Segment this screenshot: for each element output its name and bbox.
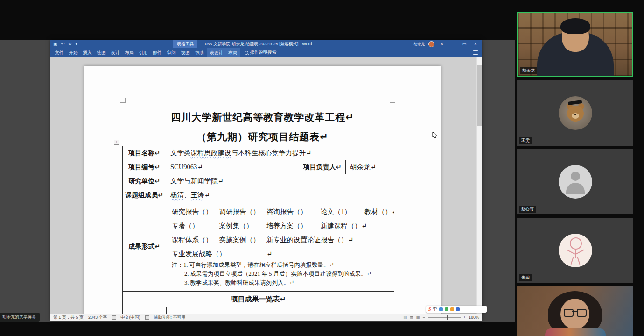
account-name[interactable]: 胡余龙 bbox=[413, 42, 425, 47]
scrollbar-thumb[interactable] bbox=[477, 65, 482, 126]
sogou-toolbox-icon[interactable] bbox=[450, 307, 454, 311]
project-name-label[interactable]: 项目名称↵ bbox=[123, 146, 166, 160]
participant-tile-video[interactable]: 胡余龙 bbox=[517, 12, 633, 77]
empty-cell[interactable] bbox=[123, 307, 167, 314]
sogou-input-toolbar: S 中 bbox=[426, 306, 487, 313]
comments-icon[interactable] bbox=[473, 50, 478, 55]
presenter-screen: ▣ ↶ ↻ ▾ 表格工具 063-文新学院-胡余龙-结题表.20221025 [… bbox=[0, 40, 515, 322]
vertical-scrollbar[interactable] bbox=[476, 57, 482, 314]
participant-tile-avatar[interactable]: 赵心竹 bbox=[517, 149, 633, 214]
default-person-avatar bbox=[559, 165, 592, 199]
tab-table-layout[interactable]: 布局 bbox=[226, 48, 240, 57]
project-name-prefix: 文学类 bbox=[170, 149, 191, 157]
project-number-value[interactable]: SCU9063↵ bbox=[166, 160, 299, 174]
project-leader-label[interactable]: 项目负责人↵ bbox=[299, 160, 346, 174]
restore-button[interactable]: ▭ bbox=[461, 42, 468, 46]
member-separator: 、 bbox=[184, 191, 191, 199]
glasses-bridge bbox=[572, 311, 577, 312]
project-leader-value[interactable]: 胡余龙↵ bbox=[346, 160, 394, 174]
quick-access-toolbar: ▣ ↶ ↻ ▾ bbox=[53, 42, 77, 46]
word-count[interactable]: 2843 个字 bbox=[88, 315, 107, 321]
table-tools-tabs: 表设计 布局 bbox=[207, 48, 240, 57]
empty-cell[interactable] bbox=[246, 307, 322, 314]
tab-mailings[interactable]: 邮件 bbox=[150, 48, 164, 57]
zoom-out-button[interactable]: − bbox=[422, 315, 425, 320]
project-name-value[interactable]: 文学类课程思政建设与本科生核心竞争力提升↵ bbox=[166, 146, 394, 160]
tab-view[interactable]: 视图 bbox=[178, 48, 192, 57]
language-indicator[interactable]: 中文(中国) bbox=[121, 315, 140, 321]
ribbon-options-icon[interactable]: ∧ bbox=[438, 42, 446, 46]
zoom-level[interactable]: 180% bbox=[469, 315, 479, 320]
save-icon[interactable]: ▣ bbox=[53, 42, 57, 46]
avatar-shoulders bbox=[566, 183, 585, 194]
zoom-in-button[interactable]: + bbox=[463, 315, 466, 320]
tab-review[interactable]: 审阅 bbox=[164, 48, 178, 57]
print-layout-icon[interactable]: ▥ bbox=[410, 315, 413, 320]
share-screen-banner: 胡余龙的共享屏幕 bbox=[0, 313, 40, 322]
empty-cell[interactable] bbox=[167, 307, 246, 314]
read-mode-icon[interactable]: ▤ bbox=[404, 315, 407, 320]
drawing-leg bbox=[570, 257, 574, 265]
teddy-bear-avatar bbox=[559, 96, 592, 130]
research-unit-value[interactable]: 文学与新闻学院↵ bbox=[166, 174, 394, 188]
tab-layout[interactable]: 布局 bbox=[122, 48, 136, 57]
redo-icon[interactable]: ↻ bbox=[68, 42, 72, 46]
page-indicator[interactable]: 第 1 页，共 5 页 bbox=[53, 315, 84, 321]
accessibility-status[interactable]: 辅助功能: 不可用 bbox=[154, 315, 186, 321]
table-move-handle[interactable]: + bbox=[114, 140, 119, 145]
undo-icon[interactable]: ↶ bbox=[61, 42, 65, 46]
sogou-chinese-mode-icon[interactable]: 中 bbox=[433, 306, 437, 312]
glasses-icon bbox=[577, 309, 587, 317]
document-page[interactable]: 四川大学新世纪高等教育教学改革工程↵ （第九期）研究项目结题表↵ + 项目名称↵… bbox=[84, 66, 441, 314]
participant-tile-avatar[interactable]: 宋雯 bbox=[517, 80, 633, 146]
participant-body bbox=[545, 328, 606, 336]
sogou-mic-icon[interactable] bbox=[445, 307, 448, 311]
tab-insert[interactable]: 插入 bbox=[80, 48, 94, 57]
tab-design[interactable]: 设计 bbox=[108, 48, 122, 57]
participant-name: 宋雯 bbox=[519, 137, 532, 144]
sogou-grid-icon[interactable] bbox=[456, 307, 460, 311]
close-button[interactable]: × bbox=[472, 42, 479, 46]
account-avatar[interactable] bbox=[428, 41, 434, 47]
tab-file[interactable]: 文件 bbox=[52, 48, 66, 57]
participant-tile-avatar[interactable]: 朱媁 bbox=[517, 218, 633, 283]
research-unit-label[interactable]: 研究单位↵ bbox=[123, 174, 166, 188]
word-title-bar: ▣ ↶ ↻ ▾ 表格工具 063-文新学院-胡余龙-结题表.20221025 [… bbox=[50, 40, 482, 48]
participant-name: 朱媁 bbox=[519, 274, 532, 281]
zoom-slider-thumb[interactable] bbox=[447, 315, 448, 320]
margin-corner-mark bbox=[390, 98, 395, 103]
web-layout-icon[interactable]: ▦ bbox=[416, 315, 420, 320]
spellcheck-icon[interactable] bbox=[112, 315, 116, 320]
outcome-form-content[interactable]: 研究报告（） 调研报告（） 咨询报告（） 论文（1） 教材（）↵ 专著（） 案例… bbox=[166, 202, 394, 291]
sogou-pen-icon[interactable] bbox=[439, 307, 443, 311]
tab-help[interactable]: 帮助 bbox=[192, 48, 206, 57]
participant-name: 胡余龙 bbox=[520, 67, 537, 74]
tab-draw[interactable]: 绘图 bbox=[94, 48, 108, 57]
participant-name: 赵心竹 bbox=[519, 206, 536, 213]
tell-me-search[interactable]: 操作说明搜索 bbox=[245, 50, 277, 56]
project-form-table: 项目名称↵ 文学类课程思政建设与本科生核心竞争力提升↵ 项目编号↵ SCU906… bbox=[122, 146, 394, 314]
tab-table-design[interactable]: 表设计 bbox=[207, 48, 226, 57]
tab-references[interactable]: 引用 bbox=[136, 48, 150, 57]
team-members-value[interactable]: 杨清、王涛↵ bbox=[166, 188, 394, 202]
doc-title-line2[interactable]: （第九期）研究项目结题表↵ bbox=[84, 130, 441, 143]
drawing-leg bbox=[577, 257, 580, 265]
participant-hair bbox=[560, 18, 590, 34]
participant-tile-video[interactable] bbox=[517, 286, 633, 336]
minimize-button[interactable]: – bbox=[449, 42, 457, 46]
sogou-logo-icon[interactable]: S bbox=[428, 307, 431, 312]
results-list-title[interactable]: 项目成果一览表↵ bbox=[123, 292, 394, 307]
qat-more-icon[interactable]: ▾ bbox=[76, 42, 78, 46]
doc-title-line1[interactable]: 四川大学新世纪高等教育教学改革工程↵ bbox=[84, 111, 441, 124]
table-row: 成果形式↵ 研究报告（） 调研报告（） 咨询报告（） 论文（1） 教材（）↵ 专… bbox=[123, 202, 394, 292]
mouse-cursor bbox=[432, 131, 438, 141]
outcome-note: 2. 成果需为项目立项后（2021 年 5 月后）实施本项目建设得到的成果。↵ bbox=[184, 270, 392, 279]
member-1: 杨清 bbox=[170, 191, 184, 199]
project-number-label[interactable]: 项目编号↵ bbox=[123, 160, 166, 174]
team-members-label[interactable]: 课题组成员↵ bbox=[123, 188, 166, 202]
zoom-slider[interactable] bbox=[428, 317, 461, 318]
tab-home[interactable]: 开始 bbox=[66, 48, 80, 57]
outcome-form-label[interactable]: 成果形式↵ bbox=[123, 202, 166, 291]
accessibility-icon[interactable] bbox=[145, 315, 149, 320]
empty-cell[interactable] bbox=[322, 307, 394, 314]
